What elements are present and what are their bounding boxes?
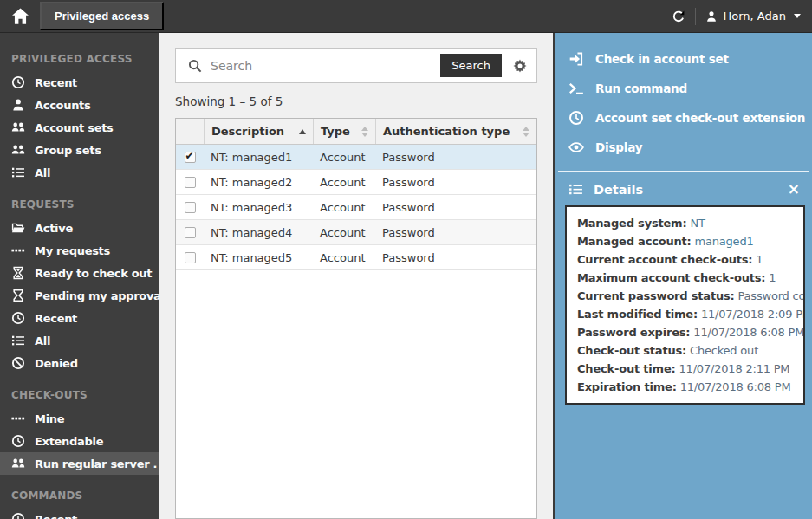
sidebar-item-run-regular-server[interactable]: Run regular server . 5	[0, 452, 159, 475]
accounts-table: Description Type Authentication type NT:…	[175, 118, 537, 519]
sort-icon	[523, 127, 529, 137]
sidebar-item-recent[interactable]: Recent	[0, 71, 159, 94]
privileged-access-button[interactable]: Privileged access	[40, 2, 164, 30]
detail-field: Check-out status:Checked out	[567, 341, 803, 360]
results-count: Showing 1 – 5 of 5	[175, 94, 537, 108]
app-window: Privileged access Horn, Adan PRIVILEGED …	[0, 0, 812, 519]
main-content: Search Showing 1 – 5 of 5 Description Ty…	[159, 33, 553, 519]
sidebar-item-recent-requests[interactable]: Recent	[0, 307, 159, 329]
detail-field: Last modified time:11/07/2018 2:09 PM	[567, 305, 803, 323]
detail-field: Managed system:NT	[567, 214, 803, 232]
eye-icon	[568, 139, 584, 155]
table-row[interactable]: NT: managed5 Account Password	[176, 245, 536, 270]
search-button[interactable]: Search	[440, 54, 502, 77]
users-icon	[11, 457, 25, 470]
users-icon	[11, 143, 25, 157]
ban-icon	[11, 356, 25, 370]
person-icon	[11, 98, 25, 112]
list-icon	[11, 165, 25, 179]
detail-field: Managed account:managed1	[567, 232, 803, 250]
table-row[interactable]: NT: managed1 Account Password	[176, 145, 536, 170]
sidebar-item-all[interactable]: All	[0, 161, 159, 184]
detail-field: Maximum account check-outs:1	[567, 269, 803, 287]
sidebar-item-recent-commands[interactable]: Recent	[0, 508, 159, 519]
sidebar-item-pending-my-approval[interactable]: Pending my approval	[0, 284, 159, 307]
topbar-right: Horn, Adan	[672, 8, 801, 25]
topbar-divider	[695, 8, 696, 25]
sidebar-item-all-requests[interactable]: All	[0, 329, 159, 352]
refresh-icon[interactable]	[672, 10, 685, 23]
clock-icon	[11, 512, 25, 519]
ellipsis-icon	[11, 243, 25, 257]
panel-divider	[558, 171, 809, 172]
row-checkbox[interactable]	[185, 177, 196, 188]
sort-ascending-icon	[299, 129, 306, 134]
folder-open-icon	[11, 221, 25, 235]
details-header: Details ×	[555, 173, 812, 204]
list-icon	[568, 182, 583, 197]
sort-icon	[361, 127, 368, 137]
sidebar-item-ready-to-check-out[interactable]: Ready to check out	[0, 262, 159, 284]
list-icon	[11, 334, 25, 347]
detail-field: Expiration time:11/07/2018 6:08 PM	[567, 378, 803, 396]
detail-field: Check-out time:11/07/2018 2:11 PM	[567, 360, 803, 378]
search-input[interactable]	[211, 59, 432, 73]
section-title-requests: REQUESTS	[0, 184, 159, 217]
check-in-account-set-action[interactable]: Check in account set	[555, 44, 812, 74]
section-title-privileged-access: PRIVILEGED ACCESS	[0, 38, 159, 71]
display-action[interactable]: Display	[555, 133, 812, 162]
details-panel: Managed system:NT Managed account:manage…	[565, 205, 805, 405]
user-menu[interactable]: Horn, Adan	[705, 10, 801, 23]
header-description[interactable]: Description	[204, 119, 313, 144]
clock-icon	[11, 434, 25, 448]
ellipsis-icon	[11, 412, 25, 425]
sidebar-item-accounts[interactable]: Accounts	[0, 94, 159, 116]
action-panel: Check in account set Run command Account…	[553, 33, 812, 519]
sidebar-item-extendable[interactable]: Extendable	[0, 430, 159, 452]
sidebar-item-my-requests[interactable]: My requests	[0, 239, 159, 262]
header-checkbox-column	[176, 119, 204, 144]
sidebar-item-group-sets[interactable]: Group sets	[0, 139, 159, 161]
hourglass-outline-icon	[11, 289, 25, 302]
table-row[interactable]: NT: managed3 Account Password	[176, 195, 536, 220]
close-icon[interactable]: ×	[788, 182, 800, 197]
gear-icon[interactable]	[513, 59, 527, 73]
hourglass-icon	[11, 266, 25, 280]
table-row[interactable]: NT: managed4 Account Password	[176, 220, 536, 245]
sidebar-item-account-sets[interactable]: Account sets	[0, 116, 159, 139]
details-title: Details	[594, 183, 643, 197]
detail-field: Current password status:Password confirm…	[567, 287, 803, 305]
table-header: Description Type Authentication type	[176, 119, 536, 145]
run-command-action[interactable]: Run command	[555, 74, 812, 103]
sidebar: PRIVILEGED ACCESS Recent Accounts Accoun…	[0, 33, 159, 519]
detail-field: Password expires:11/07/2018 6:08 PM	[567, 323, 803, 341]
home-button[interactable]	[11, 7, 29, 25]
row-checkbox[interactable]	[185, 252, 196, 263]
clock-icon	[11, 311, 25, 325]
row-checkbox[interactable]	[185, 152, 196, 163]
sidebar-item-mine[interactable]: Mine	[0, 407, 159, 430]
search-icon	[188, 59, 202, 73]
search-bar: Search	[175, 48, 537, 83]
account-set-check-out-extension-action[interactable]: Account set check-out extension	[555, 103, 812, 133]
row-checkbox[interactable]	[185, 227, 196, 238]
header-type[interactable]: Type	[313, 119, 375, 144]
home-icon	[11, 7, 29, 25]
chevron-down-icon	[794, 14, 801, 18]
clock-icon	[11, 75, 25, 89]
user-name: Horn, Adan	[724, 10, 786, 23]
detail-field: Current account check-outs:1	[567, 250, 803, 269]
sidebar-item-active[interactable]: Active	[0, 217, 159, 239]
user-icon	[705, 10, 718, 23]
topbar: Privileged access Horn, Adan	[0, 0, 812, 33]
sign-in-icon	[568, 51, 584, 67]
section-title-check-outs: CHECK-OUTS	[0, 374, 159, 407]
sidebar-item-denied[interactable]: Denied	[0, 352, 159, 374]
row-checkbox[interactable]	[185, 202, 196, 213]
clock-icon	[568, 110, 584, 126]
terminal-icon	[568, 81, 584, 96]
header-authentication-type[interactable]: Authentication type	[375, 119, 536, 144]
section-title-commands: COMMANDS	[0, 475, 159, 508]
users-icon	[11, 120, 25, 134]
table-row[interactable]: NT: managed2 Account Password	[176, 170, 536, 195]
